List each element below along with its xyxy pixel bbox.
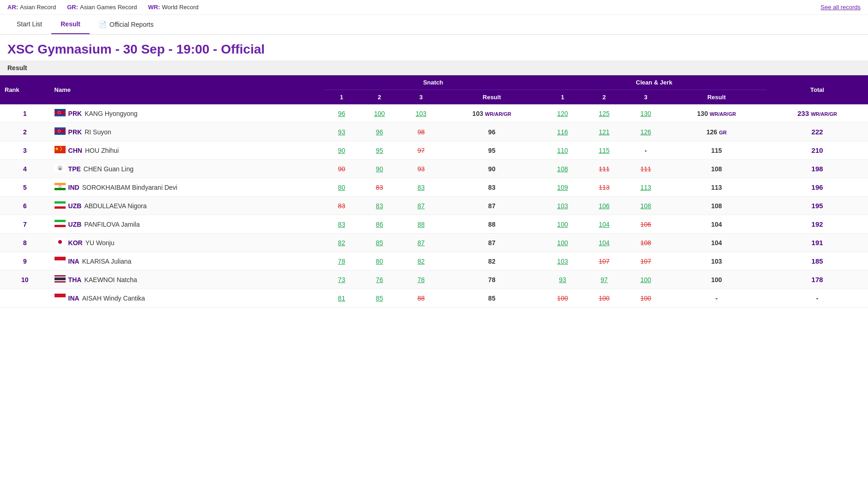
cell-total: 222 bbox=[766, 123, 868, 141]
athlete-name: RI Suyon bbox=[85, 128, 111, 136]
flag-icon bbox=[55, 183, 66, 192]
svg-rect-39 bbox=[55, 297, 66, 301]
tab-start-list[interactable]: Start List bbox=[7, 15, 51, 34]
cell-snatch-result: 95 bbox=[442, 141, 542, 160]
cell-cj1: 120 bbox=[542, 104, 583, 123]
svg-rect-37 bbox=[55, 277, 66, 280]
cell-name: ☯TPECHEN Guan Ling bbox=[50, 160, 325, 178]
country-code: IND bbox=[68, 184, 79, 191]
cell-cj2: 104 bbox=[583, 215, 625, 234]
svg-rect-24 bbox=[55, 206, 66, 206]
cell-cj1: 103 bbox=[542, 197, 583, 215]
cell-cj2: 115 bbox=[583, 141, 625, 160]
svg-rect-19 bbox=[55, 188, 66, 190]
country-code: TPE bbox=[68, 165, 81, 173]
svg-rect-18 bbox=[55, 185, 66, 188]
cell-total: 178 bbox=[766, 271, 868, 289]
tab-result[interactable]: Result bbox=[51, 15, 90, 34]
cell-s1: 83 bbox=[324, 197, 358, 215]
cell-s2: 95 bbox=[358, 141, 400, 160]
table-row: 2PRKRI Suyon93969896116121126126 GR222 bbox=[0, 123, 868, 141]
cell-s3: 83 bbox=[400, 178, 442, 197]
cell-s2: 83 bbox=[358, 178, 400, 197]
col-s1: 1 bbox=[324, 90, 358, 105]
flag-icon bbox=[55, 238, 66, 247]
cell-name: PRKKANG Hyongyong bbox=[50, 104, 325, 123]
athlete-name: PANFILOVA Jamila bbox=[84, 221, 140, 228]
country-code: KOR bbox=[68, 239, 83, 247]
cell-s3: 88 bbox=[400, 215, 442, 234]
cell-cj3: 100 bbox=[625, 289, 667, 307]
cell-snatch-result: 90 bbox=[442, 160, 542, 178]
svg-rect-28 bbox=[55, 223, 66, 224]
athlete-name: CHEN Guan Ling bbox=[84, 165, 134, 173]
cell-cj3: - bbox=[625, 141, 667, 160]
cell-s2: 100 bbox=[358, 104, 400, 123]
cell-total: - bbox=[766, 289, 868, 307]
tab-official-reports[interactable]: 📄 Official Reports bbox=[90, 15, 163, 34]
page-title: XSC Gymnasium - 30 Sep - 19:00 - Officia… bbox=[0, 35, 868, 60]
svg-rect-17 bbox=[55, 183, 66, 185]
wr-label: WR: bbox=[148, 4, 160, 11]
cell-snatch-result: 88 bbox=[442, 215, 542, 234]
cell-s2: 86 bbox=[358, 215, 400, 234]
flag-icon bbox=[55, 201, 66, 210]
cell-cj-result: 100 bbox=[667, 271, 766, 289]
cell-cj2: 106 bbox=[583, 197, 625, 215]
col-s2: 2 bbox=[358, 90, 400, 105]
cell-cj2: 113 bbox=[583, 178, 625, 197]
svg-rect-26 bbox=[55, 220, 66, 222]
cell-cj3: 107 bbox=[625, 252, 667, 271]
svg-text:☯: ☯ bbox=[58, 167, 61, 171]
table-row: 3CHNHOU Zhihui90959795110115-115210 bbox=[0, 141, 868, 160]
cell-cj1: 108 bbox=[542, 160, 583, 178]
cell-cj-result: 108 bbox=[667, 197, 766, 215]
flag-icon bbox=[55, 220, 66, 229]
cell-rank: 9 bbox=[0, 252, 50, 271]
svg-rect-38 bbox=[55, 294, 66, 297]
svg-rect-33 bbox=[55, 257, 66, 260]
col-cj-result: Result bbox=[667, 90, 766, 105]
table-row: INAAISAH Windy Cantika81858885100100100-… bbox=[0, 289, 868, 307]
col-s3: 3 bbox=[400, 90, 442, 105]
flag-icon bbox=[55, 127, 66, 136]
svg-rect-34 bbox=[55, 260, 66, 264]
cell-rank: 8 bbox=[0, 234, 50, 252]
cell-cj1: 100 bbox=[542, 289, 583, 307]
cell-snatch-result: 87 bbox=[442, 234, 542, 252]
flag-icon bbox=[55, 294, 66, 302]
country-code: INA bbox=[68, 295, 79, 302]
cell-cj1: 109 bbox=[542, 178, 583, 197]
table-row: 4☯TPECHEN Guan Ling909093901081111111081… bbox=[0, 160, 868, 178]
cell-cj1: 103 bbox=[542, 252, 583, 271]
cell-rank: 6 bbox=[0, 197, 50, 215]
cell-cj3: 100 bbox=[625, 271, 667, 289]
results-table: Rank Name Snatch Clean & Jerk Total 1 2 … bbox=[0, 75, 868, 307]
see-all-records-link[interactable]: See all records bbox=[820, 4, 861, 11]
cell-total: 233 WR/AR/GR bbox=[766, 104, 868, 123]
cell-s3: 93 bbox=[400, 160, 442, 178]
cell-total: 198 bbox=[766, 160, 868, 178]
cell-cj-result: 103 bbox=[667, 252, 766, 271]
cell-s2: 85 bbox=[358, 234, 400, 252]
cell-s3: 87 bbox=[400, 197, 442, 215]
col-cj3: 3 bbox=[625, 90, 667, 105]
cell-cj-result: 126 GR bbox=[667, 123, 766, 141]
cell-cj2: 121 bbox=[583, 123, 625, 141]
cell-name: THAKAEWNOI Natcha bbox=[50, 271, 325, 289]
cell-cj-result: 130 WR/AR/GR bbox=[667, 104, 766, 123]
cell-s3: 98 bbox=[400, 123, 442, 141]
col-group-cj: Clean & Jerk bbox=[542, 75, 766, 90]
cell-name: INAKLARISA Juliana bbox=[50, 252, 325, 271]
flag-icon bbox=[55, 275, 66, 284]
col-rank: Rank bbox=[0, 75, 50, 104]
athlete-name: YU Wonju bbox=[85, 239, 115, 247]
cell-snatch-result: 87 bbox=[442, 197, 542, 215]
athlete-name: KANG Hyongyong bbox=[85, 110, 137, 117]
svg-rect-30 bbox=[55, 225, 66, 227]
svg-point-32 bbox=[58, 240, 62, 244]
cell-rank: 4 bbox=[0, 160, 50, 178]
cell-rank: 10 bbox=[0, 271, 50, 289]
official-reports-icon: 📄 bbox=[99, 21, 107, 28]
flag-icon: ☯ bbox=[55, 164, 66, 173]
